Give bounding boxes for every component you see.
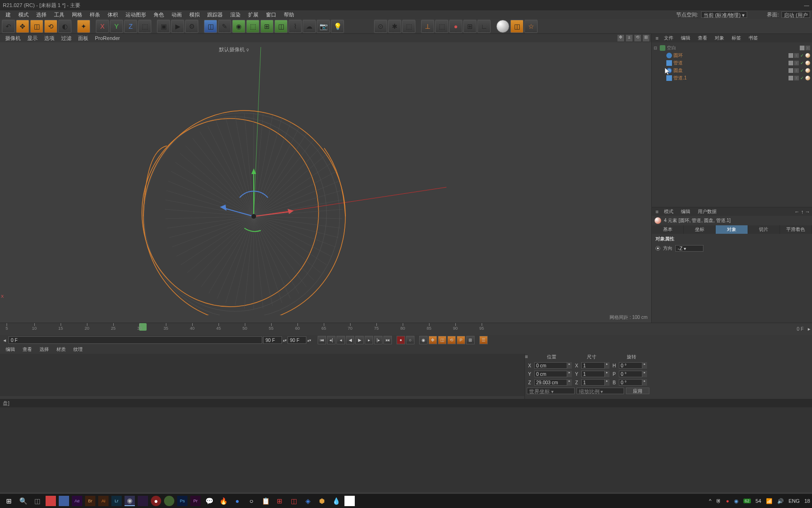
wechat-icon[interactable]: 💬 — [202, 494, 216, 508]
spinner-icon[interactable]: ▸ — [642, 379, 647, 386]
tray-record-icon[interactable]: ● — [726, 498, 729, 504]
lang-indicator[interactable]: ENG — [789, 498, 800, 504]
mat-tab-edit[interactable]: 编辑 — [2, 346, 19, 353]
app-icon[interactable]: ○ — [244, 494, 258, 508]
spinner-icon[interactable]: ▸ — [642, 371, 647, 377]
phong-tag[interactable] — [805, 76, 810, 80]
vp-zoom-icon[interactable]: ± — [626, 35, 632, 41]
3d-viewport[interactable]: 默认摄像机 ⚲ — [0, 42, 651, 323]
key-rot-button[interactable]: ⟲ — [447, 336, 456, 344]
interface-dropdown[interactable]: 启动 (用户 — [781, 11, 810, 18]
obj-tab-file[interactable]: 文件 — [660, 35, 677, 41]
menu-item[interactable]: 扩展 — [244, 11, 262, 18]
me-icon[interactable] — [138, 496, 148, 506]
pr-icon[interactable]: Pr — [190, 496, 201, 506]
menu-item[interactable]: 体积 — [104, 11, 122, 18]
app-icon[interactable]: ◈ — [301, 494, 315, 508]
tray-badge[interactable]: 62 — [743, 499, 751, 503]
vis-tag[interactable] — [789, 76, 793, 80]
menu-item[interactable]: 运动图形 — [122, 11, 150, 18]
generator-cloner[interactable]: ⊞ — [260, 20, 273, 33]
coord-system[interactable]: ⬚ — [138, 20, 151, 33]
attr-subtab-slice[interactable]: 切片 — [748, 225, 780, 234]
menu-item[interactable]: 选择 — [32, 11, 50, 18]
material-manager[interactable] — [0, 354, 524, 396]
mat-tab-select[interactable]: 选择 — [36, 346, 53, 353]
total-frame-input[interactable] — [263, 336, 282, 344]
size-y-input[interactable] — [581, 371, 605, 377]
app-icon[interactable]: 💧 — [329, 494, 343, 508]
tray-chevron-icon[interactable]: ^ — [709, 498, 711, 504]
app-icon[interactable] — [46, 496, 56, 506]
play-back-button[interactable]: ◀ — [346, 336, 354, 344]
menu-item[interactable]: 网格 — [68, 11, 86, 18]
layer-tag[interactable]: ⁝ — [794, 61, 799, 65]
hamburger-icon[interactable]: ≡ — [525, 354, 531, 361]
workplane[interactable]: ⊥ — [421, 20, 434, 33]
object-tree[interactable]: ⊟ 空白 ⁝ 圆环 ⁝✓ 管道 ⁝✓ 圆盘 ⁝✓ — [652, 42, 812, 207]
rot-h-input[interactable] — [619, 362, 642, 369]
ai-icon[interactable]: Ai — [98, 496, 109, 506]
vp-orbit-icon[interactable]: ⟲ — [634, 35, 641, 41]
prev-key-button[interactable]: ◂| — [327, 336, 336, 344]
obj-tab-tags[interactable]: 标签 — [728, 35, 745, 41]
scale-tool[interactable]: ◫ — [30, 20, 43, 33]
spinner-icon[interactable]: ▸ — [605, 379, 609, 386]
generator-extrude[interactable]: ⬚ — [246, 20, 259, 33]
tray-shield-icon[interactable]: ⛨ — [716, 498, 721, 504]
phong-tag[interactable] — [805, 53, 810, 58]
menu-item[interactable]: 样条 — [86, 11, 104, 18]
direction-select[interactable]: -Z ▾ — [675, 245, 703, 252]
deformer-bend[interactable]: ⌇ — [289, 20, 302, 33]
check-tag[interactable]: ✓ — [800, 61, 804, 65]
environment[interactable]: ☁ — [303, 20, 316, 33]
tree-row[interactable]: 圆环 ⁝✓ — [654, 52, 810, 59]
timeline-scroll-icon[interactable]: ▸ — [806, 326, 812, 332]
last-tool[interactable]: ◐ — [58, 20, 71, 33]
vp-menu-filter[interactable]: 过滤 — [58, 35, 75, 42]
key-pla-button[interactable]: ⊞ — [466, 336, 475, 344]
vis-tag[interactable] — [789, 61, 793, 65]
spinner-icon[interactable]: ▸ — [567, 379, 572, 386]
camera-button[interactable]: 📷 — [317, 20, 330, 33]
menu-item[interactable]: 跟踪器 — [203, 11, 226, 18]
spinner-icon[interactable]: ▸ — [567, 371, 572, 377]
primitive-cube[interactable]: ◫ — [204, 20, 217, 33]
size-z-input[interactable] — [581, 379, 605, 386]
layer-tag[interactable]: ⁝ — [805, 46, 810, 50]
x-axis-lock[interactable]: X — [96, 20, 109, 33]
menu-item[interactable]: 模式 — [15, 11, 32, 18]
snap-settings[interactable]: ⬚ — [402, 20, 415, 33]
obj-tab-view[interactable]: 查看 — [694, 35, 711, 41]
layer-tag[interactable]: ⁝ — [794, 53, 799, 58]
workplane-xy[interactable]: ∟ — [477, 20, 491, 33]
app-icon[interactable]: 🔥 — [216, 494, 230, 508]
live-select[interactable]: ✦ — [77, 20, 90, 33]
start-button[interactable]: ⊞ — [2, 494, 16, 508]
y-axis-lock[interactable]: Y — [110, 20, 123, 33]
menu-item[interactable]: 动画 — [168, 11, 186, 18]
vp-menu-panel[interactable]: 面板 — [75, 35, 92, 42]
pos-z-input[interactable] — [534, 379, 567, 386]
rot-b-input[interactable] — [619, 379, 642, 386]
menu-item[interactable]: 角色 — [150, 11, 168, 18]
ae-icon[interactable]: Ae — [72, 496, 82, 506]
obj-tab-object[interactable]: 对象 — [711, 35, 728, 41]
expand-icon[interactable]: ⊟ — [654, 46, 658, 50]
scale-mode-select[interactable]: 缩放比例 ▾ — [577, 388, 625, 394]
app-icon[interactable]: ● — [230, 494, 244, 508]
current-frame-input[interactable] — [8, 336, 262, 344]
layer-tag[interactable]: ⁝ — [794, 68, 799, 73]
vp-menu-options[interactable]: 选项 — [41, 35, 58, 42]
menu-item[interactable]: 建 — [2, 11, 15, 18]
attr-subtab-object[interactable]: 对象 — [716, 225, 748, 234]
render-view[interactable]: ▣ — [157, 20, 170, 33]
apply-button[interactable]: 应用 — [626, 388, 649, 394]
menu-item[interactable]: 渲染 — [226, 11, 244, 18]
content-browser[interactable]: ◫ — [510, 20, 523, 33]
timeline-track[interactable]: 5101520253035404550556065707580859095 — [0, 323, 794, 335]
move-tool[interactable]: ✥ — [16, 20, 29, 33]
goto-start-button[interactable]: ⏮ — [318, 336, 326, 344]
character-tool[interactable]: ☆ — [524, 20, 538, 33]
volume-icon[interactable]: 🔊 — [777, 498, 784, 504]
